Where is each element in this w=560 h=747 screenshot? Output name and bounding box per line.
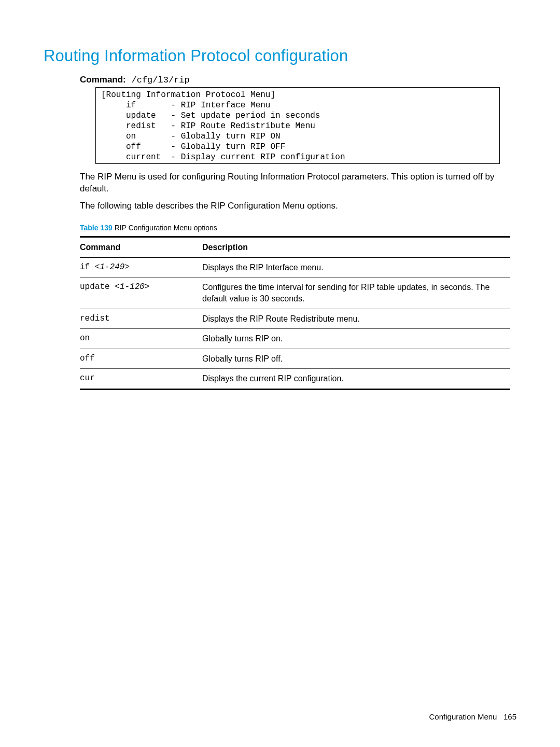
desc-text: Globally turns RIP off. xyxy=(202,349,510,369)
page-footer: Configuration Menu 165 xyxy=(429,712,516,721)
desc-text: Displays the RIP Route Redistribute menu… xyxy=(202,309,510,329)
table-row: off Globally turns RIP off. xyxy=(80,349,510,369)
paragraph-2: The following table describes the RIP Co… xyxy=(80,200,510,212)
desc-text: Globally turns RIP on. xyxy=(202,329,510,349)
cmd-text: cur xyxy=(80,374,95,383)
th-command: Command xyxy=(80,237,202,257)
desc-text: Displays the RIP Interface menu. xyxy=(202,257,510,278)
footer-section: Configuration Menu xyxy=(429,712,497,721)
table-row: cur Displays the current RIP configurati… xyxy=(80,369,510,390)
page-title: Routing Information Protocol configurati… xyxy=(44,47,516,65)
footer-page-number: 165 xyxy=(503,712,516,721)
desc-text: Displays the current RIP configuration. xyxy=(202,369,510,390)
desc-text: Configures the time interval for sending… xyxy=(202,278,510,309)
menu-box: [Routing Information Protocol Menu] if -… xyxy=(95,87,500,164)
table-caption: Table 139 RIP Configuration Menu options xyxy=(80,224,516,232)
cmd-arg: <1-249> xyxy=(95,262,130,272)
cmd-text: if xyxy=(80,262,95,272)
command-value: /cfg/l3/rip xyxy=(132,75,190,85)
cmd-text: redist xyxy=(80,314,110,323)
command-label: Command: xyxy=(80,75,126,85)
command-line: Command: /cfg/l3/rip xyxy=(80,75,516,85)
table-row: redist Displays the RIP Route Redistribu… xyxy=(80,309,510,329)
cmd-text: update xyxy=(80,282,115,292)
table-number: Table 139 xyxy=(80,224,113,232)
page: Routing Information Protocol configurati… xyxy=(0,0,560,747)
table-row: if <1-249> Displays the RIP Interface me… xyxy=(80,257,510,278)
table-row: update <1-120> Configures the time inter… xyxy=(80,278,510,309)
cmd-arg: <1-120> xyxy=(115,282,149,292)
paragraph-1: The RIP Menu is used for configuring Rou… xyxy=(80,171,510,195)
options-table: Command Description if <1-249> Displays … xyxy=(80,236,510,390)
th-description: Description xyxy=(202,237,510,257)
table-caption-text: RIP Configuration Menu options xyxy=(113,224,217,232)
table-row: on Globally turns RIP on. xyxy=(80,329,510,349)
cmd-text: on xyxy=(80,334,90,343)
cmd-text: off xyxy=(80,354,95,363)
